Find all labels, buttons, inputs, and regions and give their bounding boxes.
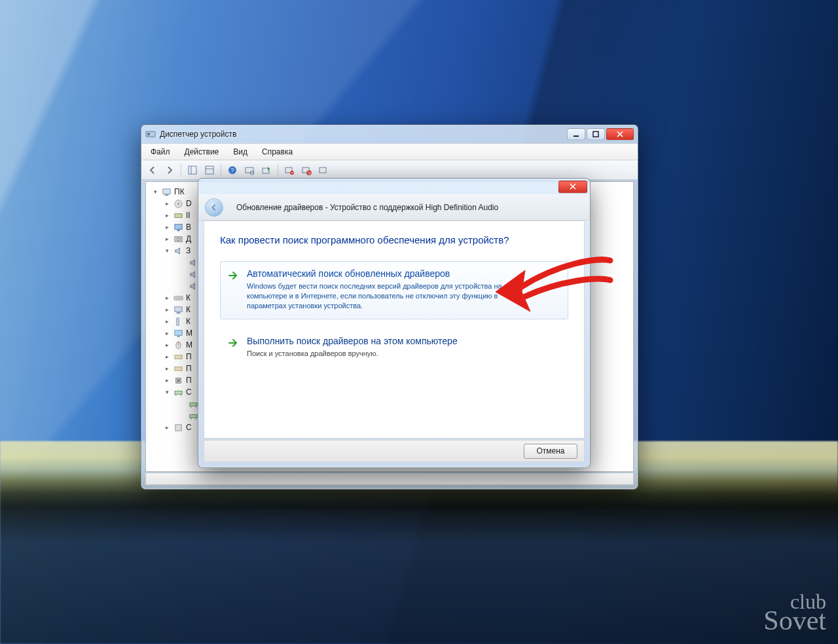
svg-rect-34	[177, 336, 179, 337]
close-button[interactable]	[606, 128, 634, 140]
device-icon	[188, 257, 198, 268]
svg-text:?: ?	[230, 167, 234, 173]
svg-rect-32	[176, 317, 179, 325]
svg-rect-44	[189, 402, 196, 406]
toolbar-separator	[278, 164, 278, 177]
dialog-question: Как провести поиск программного обеспече…	[220, 234, 568, 245]
svg-rect-18	[319, 168, 326, 173]
device-category-icon	[173, 328, 183, 338]
svg-rect-25	[177, 230, 179, 231]
uninstall-button[interactable]	[282, 163, 297, 177]
device-icon	[188, 281, 198, 291]
svg-rect-31	[176, 312, 180, 313]
option-title: Выполнить поиск драйверов на этом компью…	[247, 336, 558, 346]
devmgr-titlebar[interactable]: Диспетчер устройств	[141, 125, 638, 143]
device-icon	[188, 269, 198, 279]
svg-rect-4	[189, 166, 196, 174]
update-driver-button[interactable]	[259, 163, 274, 177]
back-button[interactable]	[205, 198, 223, 217]
device-category-icon	[173, 293, 183, 303]
help-button[interactable]: ?	[225, 163, 240, 177]
toolbar: ?	[141, 160, 638, 180]
device-category-icon	[173, 198, 183, 209]
svg-rect-1	[147, 133, 150, 135]
option-title: Автоматический поиск обновленных драйвер…	[247, 268, 558, 279]
dialog-titlebar[interactable]	[198, 179, 590, 194]
enable-button[interactable]	[316, 163, 331, 177]
maximize-button[interactable]	[587, 128, 605, 140]
dialog-footer: Отмена	[204, 440, 585, 462]
device-category-icon	[173, 340, 183, 350]
svg-point-22	[177, 203, 179, 205]
svg-rect-23	[174, 213, 181, 217]
device-category-icon	[173, 316, 183, 327]
device-category-icon	[173, 387, 183, 397]
svg-rect-24	[174, 224, 181, 229]
menu-file[interactable]: Файл	[148, 146, 173, 158]
disable-button[interactable]	[299, 163, 314, 177]
dialog-body: Как провести поиск программного обеспече…	[204, 221, 585, 438]
menu-view[interactable]: Вид	[230, 146, 250, 158]
option-desc: Windows будет вести поиск последних верс…	[247, 281, 528, 311]
device-category-icon	[173, 351, 183, 362]
properties-button[interactable]	[202, 163, 217, 177]
driver-update-dialog: Обновление драйверов - Устройство с подд…	[198, 178, 591, 468]
devmgr-icon	[145, 129, 156, 139]
option-auto-search[interactable]: Автоматический поиск обновленных драйвер…	[220, 261, 568, 319]
device-category-icon	[173, 304, 183, 315]
toolbar-separator	[181, 164, 181, 177]
nav-back-button[interactable]	[145, 163, 160, 177]
device-category-icon	[173, 245, 183, 256]
menu-action[interactable]: Действие	[182, 146, 222, 158]
svg-rect-6	[206, 166, 213, 174]
dialog-window-controls	[558, 181, 587, 193]
menu-help[interactable]: Справка	[259, 146, 295, 158]
statusbar	[145, 473, 634, 485]
svg-rect-37	[174, 355, 181, 359]
option-browse-computer[interactable]: Выполнить поиск драйверов на этом компью…	[220, 329, 568, 367]
option-desc: Поиск и установка драйверов вручную.	[247, 349, 528, 359]
dialog-header-text: Обновление драйверов - Устройство с подд…	[236, 203, 498, 212]
svg-rect-40	[177, 379, 179, 382]
svg-rect-2	[574, 135, 579, 137]
menubar: Файл Действие Вид Справка	[141, 143, 638, 160]
nav-forward-button[interactable]	[162, 163, 177, 177]
device-icon	[188, 399, 198, 409]
device-category-icon	[173, 375, 183, 385]
dialog-close-button[interactable]	[558, 181, 587, 193]
dialog-header: Обновление драйверов - Устройство с подд…	[198, 194, 590, 221]
device-category-icon	[173, 234, 183, 244]
svg-rect-47	[189, 414, 196, 418]
svg-rect-30	[174, 306, 181, 312]
devmgr-title: Диспетчер устройств	[160, 130, 567, 139]
svg-rect-41	[174, 391, 181, 394]
svg-rect-19	[162, 188, 170, 194]
scan-button[interactable]	[242, 163, 257, 177]
cancel-button[interactable]: Отмена	[524, 444, 577, 459]
svg-rect-50	[175, 424, 181, 430]
arrow-icon	[227, 270, 240, 283]
device-category-icon	[173, 210, 183, 221]
window-controls	[567, 128, 634, 140]
device-category-icon	[173, 422, 183, 433]
svg-rect-3	[593, 132, 598, 137]
device-category-icon	[173, 222, 183, 232]
device-icon	[188, 410, 198, 421]
minimize-button[interactable]	[567, 128, 585, 140]
show-hide-tree-button[interactable]	[185, 163, 200, 177]
svg-rect-38	[174, 367, 181, 370]
device-category-icon	[173, 363, 183, 374]
computer-icon	[161, 187, 172, 197]
toolbar-separator	[221, 164, 221, 177]
svg-rect-20	[164, 194, 168, 196]
arrow-icon	[227, 337, 240, 350]
svg-rect-10	[246, 168, 253, 173]
svg-rect-33	[174, 330, 181, 335]
svg-rect-15	[302, 168, 309, 173]
